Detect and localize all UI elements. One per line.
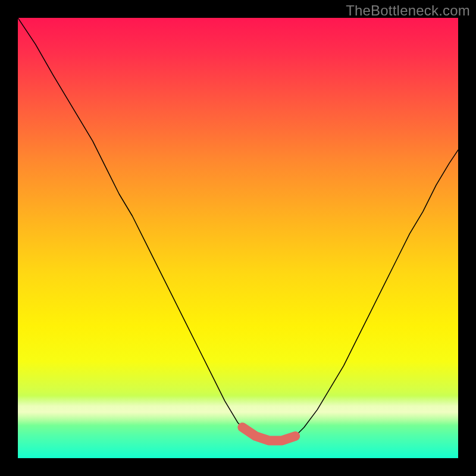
trough-highlight bbox=[242, 427, 295, 440]
watermark-text: TheBottleneck.com bbox=[346, 2, 470, 19]
bottleneck-curve bbox=[18, 18, 458, 440]
plot-area bbox=[18, 18, 458, 458]
curve-svg bbox=[18, 18, 458, 458]
chart-frame: TheBottleneck.com bbox=[0, 0, 476, 476]
